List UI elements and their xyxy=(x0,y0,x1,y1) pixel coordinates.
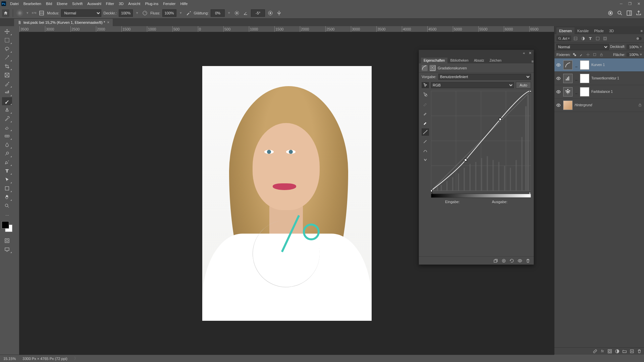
healing-brush-tool[interactable] xyxy=(2,88,12,97)
auto-button[interactable]: Auto xyxy=(516,82,531,88)
quick-mask-button[interactable] xyxy=(2,237,12,245)
filter-type-icon[interactable] xyxy=(587,36,593,42)
document-tab-close[interactable]: × xyxy=(107,20,109,25)
layer-fx-button[interactable]: fx xyxy=(600,349,605,354)
ruler-vertical[interactable] xyxy=(14,32,19,355)
home-button[interactable] xyxy=(2,9,9,17)
layer-link-icon[interactable]: ⎯ xyxy=(575,90,578,94)
layers-panel-menu[interactable]: ≡ xyxy=(639,27,644,34)
panel-collapse-button[interactable]: « xyxy=(522,51,526,55)
layer-link-icon[interactable]: ⎯ xyxy=(575,63,578,67)
tab-absatz[interactable]: Absatz xyxy=(471,58,487,63)
smoothing-input[interactable] xyxy=(211,9,225,17)
layer-name[interactable]: Kurven 1 xyxy=(591,63,643,67)
preset-select[interactable]: Benutzerdefiniert xyxy=(438,74,531,80)
menu-plugins[interactable]: Plug-ins xyxy=(143,1,160,7)
status-caret[interactable]: 〉 xyxy=(74,356,78,361)
window-restore-button[interactable]: ❐ xyxy=(626,1,634,7)
curves-white-eyedropper[interactable] xyxy=(422,119,429,126)
tab-ebenen[interactable]: Ebenen xyxy=(556,27,575,34)
tab-bibliotheken[interactable]: Bibliotheken xyxy=(447,58,471,63)
tab-kanaele[interactable]: Kanäle xyxy=(575,27,591,34)
lock-pixels-button[interactable] xyxy=(579,52,584,57)
menu-3d[interactable]: 3D xyxy=(117,1,125,7)
blend-mode-select[interactable]: Normal xyxy=(61,9,101,17)
menu-bearbeiten[interactable]: Bearbeiten xyxy=(21,1,43,7)
shape-tool[interactable] xyxy=(2,184,12,192)
image-thumbnail[interactable] xyxy=(563,101,573,110)
smoothing-dropdown[interactable]: ▾ xyxy=(227,9,231,17)
panel-menu-button[interactable]: ≡ xyxy=(532,59,534,63)
document-tab[interactable]: test.psdc bei 15,2% (Kurven 1, Ebenenmas… xyxy=(14,19,113,26)
tab-pfade[interactable]: Pfade xyxy=(591,27,606,34)
tab-zeichen[interactable]: Zeichen xyxy=(487,58,504,63)
brush-size-dropdown[interactable]: ▾ xyxy=(25,9,30,17)
blur-tool[interactable] xyxy=(2,141,12,149)
layer-link-icon[interactable]: ⎯ xyxy=(575,76,578,80)
frame-tool[interactable] xyxy=(2,71,12,79)
cloud-docs-button[interactable] xyxy=(607,10,614,16)
filter-pixel-icon[interactable] xyxy=(573,36,579,42)
layer-visibility-toggle[interactable] xyxy=(556,103,561,108)
panel-close-button[interactable]: ✕ xyxy=(528,51,532,55)
airbrush-button[interactable] xyxy=(185,10,192,16)
menu-auswahl[interactable]: Auswahl xyxy=(85,1,103,7)
curves-gray-eyedropper[interactable] xyxy=(422,110,429,117)
lasso-tool[interactable] xyxy=(2,45,12,53)
dodge-tool[interactable] xyxy=(2,149,12,158)
path-selection-tool[interactable] xyxy=(2,176,12,184)
hand-tool[interactable] xyxy=(2,193,12,201)
pressure-size-button[interactable] xyxy=(267,10,274,16)
eyedropper-tool[interactable] xyxy=(2,80,12,88)
layer-name[interactable]: Tonwertkorrektur 1 xyxy=(591,76,643,80)
new-group-button[interactable] xyxy=(622,349,627,354)
pen-tool[interactable] xyxy=(2,158,12,166)
filter-toggle-switch[interactable] xyxy=(636,36,642,42)
smoothing-options-button[interactable] xyxy=(233,10,240,16)
screen-mode-button[interactable] xyxy=(2,245,12,253)
curves-clip-button[interactable] xyxy=(422,157,429,164)
zoom-tool[interactable] xyxy=(2,202,12,210)
curves-point-mode[interactable] xyxy=(422,128,429,136)
layer-row-kurven1[interactable]: ⎯ Kurven 1 xyxy=(554,58,644,72)
channel-select[interactable]: RGB xyxy=(431,82,514,88)
opacity-pressure-button[interactable] xyxy=(142,10,148,16)
zoom-level[interactable]: 15.15% xyxy=(3,357,16,361)
levels-thumbnail[interactable] xyxy=(563,74,573,83)
layer-row-farbbalance[interactable]: ⎯ Farbbalance 1 xyxy=(554,85,644,99)
share-button[interactable] xyxy=(635,10,642,16)
layer-visibility-toggle[interactable] xyxy=(556,63,561,67)
lock-all-button[interactable] xyxy=(599,52,604,57)
history-brush-tool[interactable] xyxy=(2,115,12,123)
curves-sample-tool[interactable] xyxy=(422,91,429,98)
delete-adjustment-button[interactable] xyxy=(525,258,531,264)
menu-schrift[interactable]: Schrift xyxy=(70,1,85,7)
layer-visibility-toggle[interactable] xyxy=(556,76,561,81)
layer-row-hintergrund[interactable]: Hintergrund xyxy=(554,99,644,112)
filter-shape-icon[interactable] xyxy=(595,36,601,42)
brush-tool[interactable] xyxy=(2,97,12,105)
curves-smooth-button[interactable] xyxy=(422,147,429,155)
clone-stamp-tool[interactable] xyxy=(2,106,12,114)
layer-row-tonwertkorrektur[interactable]: ⎯ Tonwertkorrektur 1 xyxy=(554,72,644,85)
workspace-button[interactable] xyxy=(626,10,633,16)
angle-input[interactable] xyxy=(251,9,265,17)
opacity-input[interactable] xyxy=(119,9,133,17)
lock-transparency-button[interactable] xyxy=(572,52,577,57)
menu-bild[interactable]: Bild xyxy=(44,1,54,7)
flow-input[interactable] xyxy=(162,9,176,17)
new-layer-button[interactable] xyxy=(629,349,635,354)
view-previous-button[interactable] xyxy=(501,258,507,264)
menu-hilfe[interactable]: Hilfe xyxy=(178,1,190,7)
filter-smartobj-icon[interactable] xyxy=(602,36,608,42)
layer-visibility-toggle[interactable] xyxy=(556,89,561,94)
menu-datei[interactable]: Datei xyxy=(8,1,21,7)
menu-filter[interactable]: Filter xyxy=(104,1,116,7)
filter-adjustment-icon[interactable] xyxy=(580,36,586,42)
curves-black-eyedropper[interactable] xyxy=(422,100,429,108)
search-button[interactable] xyxy=(616,10,623,16)
window-close-button[interactable]: ✕ xyxy=(635,1,643,7)
marquee-tool[interactable] xyxy=(2,36,12,44)
document-dimensions[interactable]: 3300 Px × 4765 Px (72 ppi) xyxy=(22,357,67,361)
mask-icon[interactable] xyxy=(430,65,436,71)
